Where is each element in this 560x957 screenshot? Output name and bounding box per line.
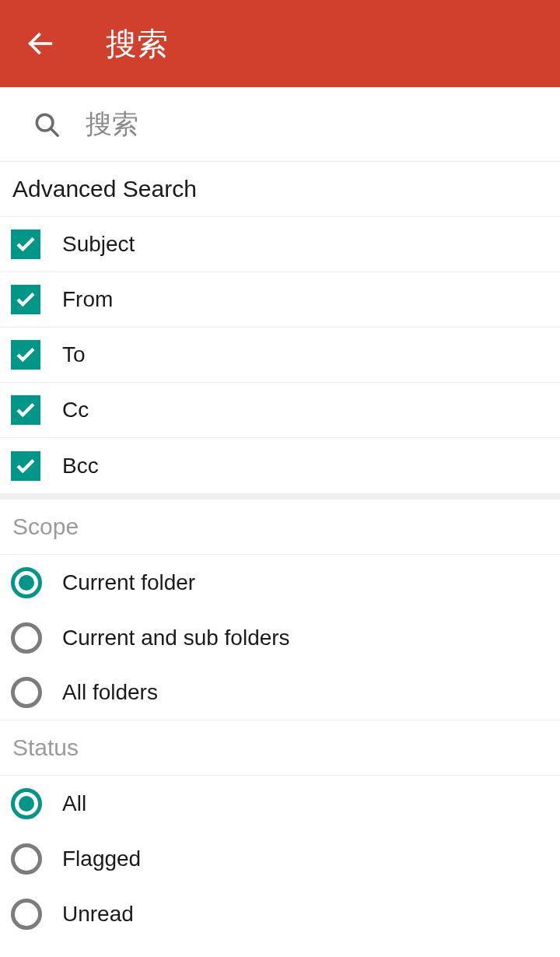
- checkbox-label: To: [62, 342, 86, 367]
- check-icon: [14, 233, 37, 256]
- radio-current-folder[interactable]: [11, 567, 42, 598]
- checkbox-row-to[interactable]: To: [0, 328, 560, 383]
- radio-row-current-folder[interactable]: Current folder: [0, 555, 560, 610]
- radio-label: Flagged: [62, 847, 141, 871]
- checkbox-label: Subject: [62, 232, 135, 257]
- checkbox-row-cc[interactable]: Cc: [0, 383, 560, 438]
- radio-label: All folders: [62, 680, 158, 705]
- svg-line-1: [51, 128, 58, 135]
- search-icon: [31, 109, 62, 140]
- radio-row-status-flagged[interactable]: Flagged: [0, 831, 560, 886]
- check-icon: [14, 454, 37, 478]
- checkbox-from[interactable]: [11, 285, 40, 314]
- checkbox-row-bcc[interactable]: Bcc: [0, 438, 560, 493]
- checkbox-row-from[interactable]: From: [0, 272, 560, 328]
- checkbox-cc[interactable]: [11, 395, 40, 425]
- checkbox-row-subject[interactable]: Subject: [0, 217, 560, 272]
- radio-row-status-unread[interactable]: Unread: [0, 886, 560, 941]
- checkbox-to[interactable]: [11, 340, 40, 370]
- header-title: 搜索: [106, 23, 168, 65]
- radio-label: Current folder: [62, 570, 195, 595]
- checkbox-subject[interactable]: [11, 230, 40, 259]
- radio-row-status-all[interactable]: All: [0, 776, 560, 831]
- radio-current-sub-folders[interactable]: [11, 622, 42, 654]
- advanced-search-title: Advanced Search: [0, 162, 560, 217]
- radio-label: Unread: [62, 902, 134, 927]
- section-divider: [0, 493, 560, 500]
- radio-all-folders[interactable]: [11, 677, 42, 708]
- scope-title: Scope: [0, 500, 560, 555]
- search-input[interactable]: [86, 87, 560, 161]
- radio-status-all[interactable]: [11, 788, 42, 819]
- check-icon: [14, 288, 37, 311]
- status-title: Status: [0, 720, 560, 776]
- checkbox-label: Bcc: [62, 454, 99, 478]
- checkbox-label: Cc: [62, 398, 89, 422]
- radio-label: Current and sub folders: [62, 626, 290, 650]
- radio-row-current-sub-folders[interactable]: Current and sub folders: [0, 610, 560, 665]
- check-icon: [14, 343, 37, 366]
- radio-status-unread[interactable]: [11, 899, 42, 930]
- search-row[interactable]: [0, 87, 560, 162]
- arrow-left-icon: [25, 28, 56, 59]
- radio-status-flagged[interactable]: [11, 843, 42, 875]
- radio-row-all-folders[interactable]: All folders: [0, 665, 560, 720]
- checkbox-label: From: [62, 287, 113, 312]
- radio-label: All: [62, 791, 86, 816]
- check-icon: [14, 398, 37, 422]
- back-button[interactable]: [22, 25, 59, 62]
- checkbox-bcc[interactable]: [11, 451, 40, 481]
- app-header: 搜索: [0, 0, 560, 87]
